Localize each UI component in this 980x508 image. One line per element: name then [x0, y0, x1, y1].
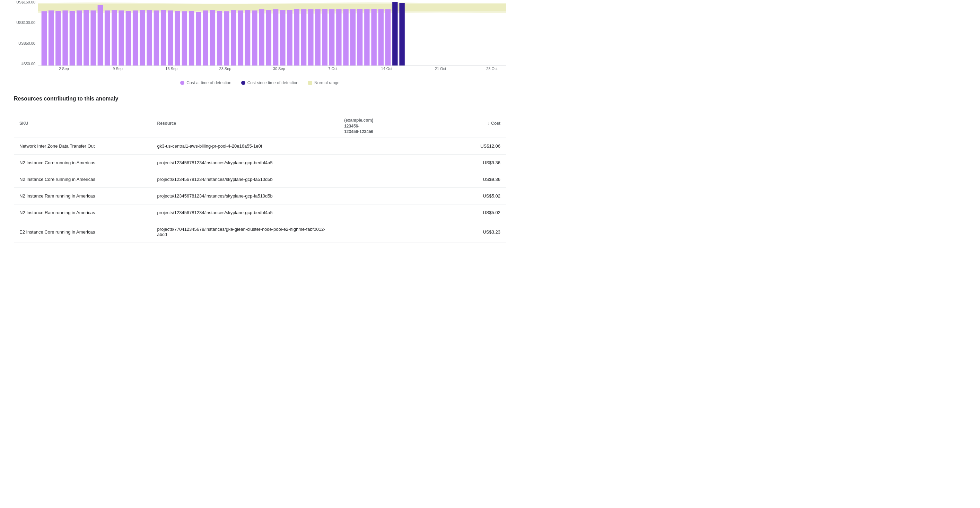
table-header-row: SKU Resource (example.com)123456-123456-… — [14, 109, 506, 138]
x-label-28oct: 28 Oct — [486, 67, 497, 71]
table-row[interactable]: N2 Instance Core running in Americas pro… — [14, 154, 506, 171]
table-row[interactable]: N2 Instance Ram running in Americas proj… — [14, 204, 506, 221]
cell-cost-6: US$3.23 — [447, 221, 506, 243]
legend-dot-purple — [180, 81, 185, 85]
resources-table: SKU Resource (example.com)123456-123456-… — [14, 109, 506, 243]
svg-rect-35 — [287, 10, 292, 65]
y-label-100: US$100.00 — [16, 21, 35, 25]
section-title: Resources contributing to this anomaly — [14, 96, 506, 102]
cell-project-4 — [339, 188, 447, 204]
cell-resource-3: projects/123456781234/instances/skyplane… — [152, 171, 339, 188]
cell-resource-6: projects/770412345678/instances/gke-glea… — [152, 221, 339, 243]
y-label-50: US$50.00 — [18, 41, 35, 45]
svg-rect-49 — [385, 10, 391, 65]
svg-rect-5 — [76, 10, 82, 65]
col-header-cost[interactable]: ↓Cost — [447, 109, 506, 138]
cell-sku-1: Network Inter Zone Data Transfer Out — [14, 138, 152, 154]
svg-rect-45 — [357, 9, 363, 65]
svg-rect-10 — [111, 10, 117, 65]
svg-rect-27 — [231, 10, 236, 65]
svg-rect-43 — [343, 10, 348, 65]
svg-rect-36 — [294, 9, 299, 65]
svg-rect-46 — [364, 10, 369, 65]
svg-rect-8 — [98, 5, 103, 65]
svg-rect-48 — [379, 10, 383, 65]
cell-sku-6: E2 Instance Core running in Americas — [14, 221, 152, 243]
svg-rect-7 — [91, 10, 95, 65]
legend-label-normal: Normal range — [314, 80, 340, 85]
svg-rect-0 — [41, 11, 47, 65]
x-label-21oct: 21 Oct — [435, 67, 446, 71]
legend-cost-at-detection: Cost at time of detection — [180, 80, 231, 85]
svg-rect-16 — [154, 10, 159, 65]
svg-rect-42 — [336, 10, 341, 65]
cell-resource-2: projects/123456781234/instances/skyplane… — [152, 154, 339, 171]
x-label-23sep: 23 Sep — [220, 67, 231, 71]
cell-project-6 — [339, 221, 447, 243]
x-label-9sep: 9 Sep — [113, 67, 123, 71]
x-label-30sep: 30 Sep — [273, 67, 285, 71]
col-header-sku[interactable]: SKU — [14, 109, 152, 138]
svg-rect-19 — [175, 11, 180, 65]
table-body: Network Inter Zone Data Transfer Out gk3… — [14, 138, 506, 243]
svg-rect-31 — [259, 10, 264, 65]
svg-rect-23 — [203, 10, 208, 65]
cost-chart: US$150.00 US$100.00 US$50.00 US$0.00 — [14, 0, 506, 76]
svg-rect-14 — [140, 10, 145, 65]
svg-rect-18 — [168, 10, 173, 65]
cell-project-5 — [339, 204, 447, 221]
svg-rect-3 — [62, 10, 68, 65]
y-axis: US$150.00 US$100.00 US$50.00 US$0.00 — [14, 0, 38, 66]
sort-icon: ↓ — [488, 121, 490, 126]
svg-rect-17 — [161, 10, 166, 65]
svg-rect-25 — [217, 11, 222, 65]
chart-legend: Cost at time of detection Cost since tim… — [14, 80, 506, 85]
legend-dot-yellow — [308, 81, 312, 85]
cell-cost-5: US$5.02 — [447, 204, 506, 221]
table-row[interactable]: N2 Instance Core running in Americas pro… — [14, 171, 506, 188]
purple-bars — [41, 5, 391, 65]
svg-rect-32 — [266, 10, 271, 65]
cell-sku-2: N2 Instance Core running in Americas — [14, 154, 152, 171]
svg-rect-15 — [146, 10, 152, 65]
svg-rect-30 — [252, 10, 257, 65]
svg-rect-34 — [280, 10, 285, 65]
svg-rect-6 — [84, 10, 89, 65]
col-header-resource[interactable]: Resource — [152, 109, 339, 138]
table-row[interactable]: N2 Instance Ram running in Americas proj… — [14, 188, 506, 204]
legend-cost-since-detection: Cost since time of detection — [241, 80, 298, 85]
cell-resource-5: projects/123456781234/instances/skyplane… — [152, 204, 339, 221]
svg-rect-28 — [238, 10, 243, 65]
cell-cost-4: US$5.02 — [447, 188, 506, 204]
svg-rect-22 — [196, 12, 201, 65]
svg-rect-11 — [119, 10, 124, 65]
svg-rect-37 — [301, 10, 306, 65]
table-row[interactable]: E2 Instance Core running in Americas pro… — [14, 221, 506, 243]
svg-rect-40 — [322, 9, 328, 65]
x-label-2sep: 2 Sep — [59, 67, 69, 71]
x-label-14oct: 14 Oct — [381, 67, 392, 71]
table-row[interactable]: Network Inter Zone Data Transfer Out gk3… — [14, 138, 506, 154]
svg-rect-29 — [245, 10, 250, 65]
x-axis: 2 Sep 9 Sep 16 Sep 23 Sep 30 Sep 7 Oct 1… — [38, 67, 506, 76]
col-header-project[interactable]: (example.com)123456-123456-123456 — [339, 109, 447, 138]
cell-project-2 — [339, 154, 447, 171]
y-label-0: US$0.00 — [21, 62, 35, 66]
legend-dot-dark — [241, 81, 245, 85]
svg-rect-33 — [273, 10, 278, 65]
cell-sku-5: N2 Instance Ram running in Americas — [14, 204, 152, 221]
cell-resource-4: projects/123456781234/instances/skyplane… — [152, 188, 339, 204]
svg-rect-50 — [392, 2, 398, 65]
y-label-150: US$150.00 — [16, 0, 35, 4]
svg-rect-44 — [350, 10, 356, 65]
cell-sku-3: N2 Instance Core running in Americas — [14, 171, 152, 188]
svg-rect-12 — [126, 11, 131, 65]
svg-rect-2 — [56, 11, 60, 65]
svg-rect-13 — [133, 10, 138, 65]
cell-sku-4: N2 Instance Ram running in Americas — [14, 188, 152, 204]
svg-rect-4 — [70, 11, 75, 65]
cell-cost-2: US$9.36 — [447, 154, 506, 171]
svg-rect-51 — [399, 3, 404, 65]
x-label-16sep: 16 Sep — [165, 67, 177, 71]
cell-project-1 — [339, 138, 447, 154]
